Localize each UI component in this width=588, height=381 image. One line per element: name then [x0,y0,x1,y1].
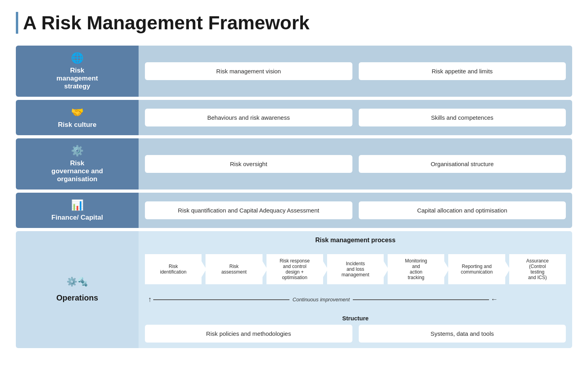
right-cell-strategy: Risk management visionRisk appetite and … [139,46,572,97]
row-operations: ⚙️🔩OperationsRisk management processRisk… [16,231,572,348]
icon-strategy: 🌐 [71,52,84,64]
box1-finance[interactable]: Risk quantification and Capital Adequacy… [145,201,352,219]
box1-strategy[interactable]: Risk management vision [145,62,352,80]
label-culture: Risk culture [58,121,96,129]
ci-left-arrow-icon: ← [491,295,498,304]
process-step-5[interactable]: Reporting and communication [448,254,505,284]
label-operations: Operations [56,293,98,303]
box1-governance[interactable]: Risk oversight [145,155,352,173]
structure-box2[interactable]: Systems, data and tools [359,325,566,343]
right-cell-finance: Risk quantification and Capital Adequacy… [139,193,572,228]
label-governance: Risk governance and organisation [51,159,103,183]
structure-box1[interactable]: Risk policies and methodologies [145,325,352,343]
box2-culture[interactable]: Skills and competences [359,109,566,126]
box2-strategy[interactable]: Risk appetite and limits [359,62,566,80]
left-cell-finance: 📊Finance/ Capital [16,193,139,228]
row-strategy: 🌐Risk management strategyRisk management… [16,46,572,97]
process-title: Risk management process [145,237,566,244]
structure-boxes: Risk policies and methodologiesSystems, … [145,325,566,343]
process-step-1[interactable]: Risk assessment [206,254,262,284]
box2-governance[interactable]: Organisational structure [359,155,566,173]
right-cell-culture: Behaviours and risk awarenessSkills and … [139,100,572,135]
box1-culture[interactable]: Behaviours and risk awareness [145,109,352,126]
structure-title: Structure [145,315,566,322]
continuous-improvement-text: Continuous improvement [289,297,353,303]
page-title: A Risk Management Framework [16,12,572,34]
row-governance: ⚙️Risk governance and organisationRisk o… [16,138,572,190]
left-cell-governance: ⚙️Risk governance and organisation [16,138,139,190]
process-step-3[interactable]: Incidents and loss management [327,254,384,284]
framework-container: 🌐Risk management strategyRisk management… [16,46,572,348]
row-finance: 📊Finance/ CapitalRisk quantification and… [16,193,572,228]
right-cell-governance: Risk oversightOrganisational structure [139,138,572,190]
box2-finance[interactable]: Capital allocation and optimisation [359,201,566,219]
icon-culture: 🤝 [71,106,84,119]
ci-up-arrow-icon: ↑ [148,295,152,304]
label-finance: Finance/ Capital [51,214,103,222]
continuous-improvement-row: ↑Continuous improvement← [145,294,566,307]
right-cell-operations: Risk management processRisk identificati… [139,231,572,348]
left-cell-culture: 🤝Risk culture [16,100,139,135]
process-arrows: Risk identificationRisk assessmentRisk r… [145,254,566,284]
icon-finance: 📊 [71,199,84,211]
process-step-0[interactable]: Risk identification [145,254,202,284]
label-strategy: Risk management strategy [57,67,98,90]
structure-section: StructureRisk policies and methodologies… [145,315,566,343]
process-step-4[interactable]: Monitoring and action tracking [388,254,444,284]
process-step-2[interactable]: Risk response and control design + optim… [266,254,323,284]
process-step-6[interactable]: Assurance (Control testing and ICS) [509,254,566,284]
row-culture: 🤝Risk cultureBehaviours and risk awarene… [16,100,572,135]
icon-operations: ⚙️🔩 [67,277,88,287]
icon-governance: ⚙️ [71,145,84,157]
left-cell-operations: ⚙️🔩Operations [16,231,139,348]
left-cell-strategy: 🌐Risk management strategy [16,46,139,97]
